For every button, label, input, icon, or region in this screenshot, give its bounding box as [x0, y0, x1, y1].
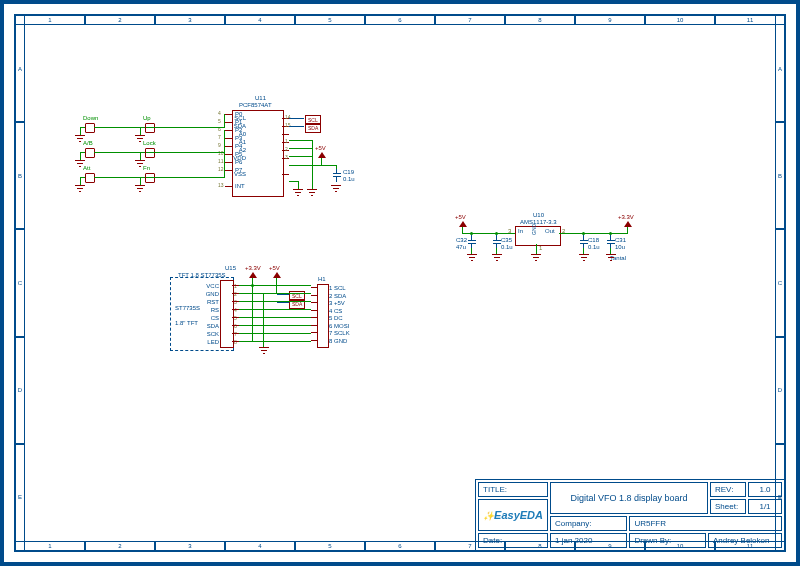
wire: [496, 248, 497, 254]
gnd-icon: [492, 254, 502, 262]
button-down: [85, 123, 95, 133]
wire: [289, 140, 313, 141]
wire: [80, 177, 81, 185]
u11-pin-num: 7: [218, 134, 221, 140]
button-label: Down: [83, 115, 98, 121]
u11-pin-num: 11: [218, 158, 224, 164]
button-fn: [145, 173, 155, 183]
wire: [610, 248, 611, 254]
u11-pin-num: 14: [285, 114, 291, 120]
easyeda-logo: EasyEDA: [483, 509, 543, 521]
h1-pin-label: 3 +5V: [329, 300, 345, 306]
u15-ref: U15: [225, 265, 236, 271]
wire: [471, 248, 472, 254]
button-up: [145, 123, 155, 133]
c35-ref: C35: [501, 237, 512, 243]
u15-pin-label: VCC: [201, 283, 219, 289]
h1-conn: [317, 284, 329, 348]
button-label: Lock: [143, 140, 156, 146]
wire: [140, 177, 141, 185]
power-arrow-icon: [459, 221, 467, 227]
wire: [239, 293, 311, 294]
pin: [225, 122, 232, 123]
u11-ref: U11: [255, 95, 266, 101]
ruler-col: 10: [645, 541, 715, 551]
pin: [311, 310, 317, 311]
pin: [282, 174, 289, 175]
company-value: UR5FFR: [629, 516, 782, 531]
u10-gnd: GND: [531, 224, 537, 235]
u11-pin-label: VSS: [234, 171, 246, 177]
junction-dot: [495, 232, 498, 235]
rev-label: REV:: [710, 482, 746, 497]
u15-pin-num: 6: [234, 323, 237, 329]
u11-pin-label: A2: [239, 147, 246, 153]
u10-v5: +5V: [455, 214, 466, 220]
u15-pin-label: SDA: [201, 323, 219, 329]
pin: [225, 130, 232, 131]
pin: [232, 325, 239, 326]
company-label: Company:: [550, 516, 627, 531]
pin: [311, 302, 317, 303]
pin: [225, 154, 232, 155]
wire: [224, 154, 225, 177]
u11-pin-label: A0: [239, 131, 246, 137]
wire: [462, 227, 463, 234]
u11-pin-label: A1: [239, 139, 246, 145]
u10-out: Out: [545, 228, 555, 234]
u11-pin-label: VDD: [233, 155, 246, 161]
button-label: A/B: [83, 140, 93, 146]
u15-note1: ST7735S: [175, 305, 200, 311]
wire: [312, 140, 313, 160]
ruler-row: D: [775, 337, 785, 444]
u10-in: In: [518, 228, 523, 234]
gnd-icon: [259, 347, 269, 355]
pin: [311, 325, 317, 326]
wire: [336, 165, 337, 169]
wire: [224, 122, 225, 127]
gnd-icon: [75, 185, 85, 193]
c31-val: 10u: [615, 244, 625, 250]
wire: [140, 152, 141, 160]
net-sda-label: SDA: [308, 125, 318, 131]
ruler-col: 9: [575, 541, 645, 551]
u11-pin-label: SCL: [234, 115, 246, 121]
u11-pin-num: 4: [218, 110, 221, 116]
u11-pin-num: 3: [285, 154, 288, 160]
h1-pin-label: 2 SDA: [329, 293, 346, 299]
u15-pin-num: 1: [234, 283, 237, 289]
pin: [225, 162, 232, 163]
ruler-col: 9: [575, 15, 645, 25]
ruler-col: 4: [225, 541, 295, 551]
ruler-col: 8: [505, 541, 575, 551]
gnd-icon: [606, 254, 616, 262]
wire: [289, 126, 304, 127]
ruler-col: 7: [435, 541, 505, 551]
junction-dot: [470, 232, 473, 235]
u15-pin-num: 5: [234, 315, 237, 321]
ruler-col: 6: [365, 15, 435, 25]
u15-pin-num: 8: [234, 339, 237, 345]
wire: [276, 278, 277, 294]
u15-v5: +5V: [269, 265, 280, 271]
u15-pin-num: 7: [234, 331, 237, 337]
junction-dot: [582, 232, 585, 235]
h1-pin-label: 1 SCL: [329, 285, 346, 291]
wire: [263, 293, 264, 347]
u11-pin-num: 1: [285, 138, 288, 144]
ruler-row: B: [775, 122, 785, 229]
wire: [239, 285, 311, 286]
button-a/b: [85, 148, 95, 158]
pin: [232, 333, 239, 334]
c31-ref: C31: [615, 237, 626, 243]
button-label: Fn: [143, 165, 150, 171]
ruler-col: 2: [85, 541, 155, 551]
wire: [277, 294, 289, 295]
u11-pin-num: 9: [218, 142, 221, 148]
u15-conn: [220, 280, 234, 348]
ruler-col: 5: [295, 541, 365, 551]
wire: [140, 127, 141, 135]
ruler-row: D: [15, 337, 25, 444]
u11-pin-label: SDA: [234, 123, 246, 129]
pin: [232, 301, 239, 302]
